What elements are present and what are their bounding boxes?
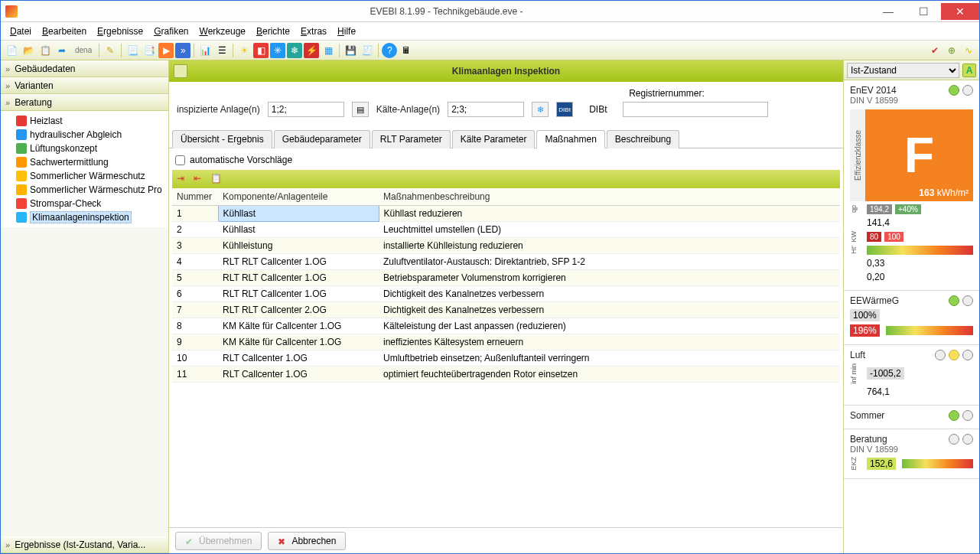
kalte-input[interactable] bbox=[448, 102, 524, 117]
acc-beratung[interactable]: Beratung bbox=[1, 94, 168, 111]
apply-button[interactable]: ✔ Übernehmen bbox=[175, 532, 262, 550]
app-icon bbox=[5, 5, 18, 18]
doc1-icon[interactable]: 📃 bbox=[125, 43, 140, 58]
menu-ergebnisse[interactable]: Ergebnisse bbox=[93, 24, 148, 39]
table-row[interactable]: 11RLT Callcenter 1.OGoptimiert feuchteüb… bbox=[172, 367, 840, 383]
wave-icon[interactable]: ∿ bbox=[961, 43, 976, 58]
table-row[interactable]: 9KM Kälte für Callcenter 1.OGineffizient… bbox=[172, 334, 840, 350]
export-icon[interactable]: ▶ bbox=[158, 43, 174, 58]
cool-icon[interactable]: ❄ bbox=[287, 43, 302, 58]
table-row[interactable]: 4RLT RLT Callcenter 1.OGZuluftventilator… bbox=[172, 254, 840, 270]
sidebar-item-hydraulischer-abgleich[interactable]: hydraulischer Abgleich bbox=[1, 128, 168, 142]
run-icon[interactable]: » bbox=[175, 43, 190, 58]
eff-class-box: F 163 kWh/m² bbox=[865, 109, 973, 201]
reg-input[interactable] bbox=[623, 102, 768, 117]
menu-werkzeuge[interactable]: Werkzeuge bbox=[195, 24, 250, 39]
menu-extras[interactable]: Extras bbox=[296, 24, 331, 39]
sidebar-item-stromspar-check[interactable]: Stromspar-Check bbox=[1, 197, 168, 210]
sidebar: Gebäudedaten Varianten Beratung Heizlast… bbox=[1, 60, 169, 553]
reg-label: Registriernummer: bbox=[629, 88, 705, 99]
calc-icon[interactable]: 🖩 bbox=[399, 43, 414, 58]
acc-varianten[interactable]: Varianten bbox=[1, 77, 168, 94]
insp-label: inspizierte Anlage(n) bbox=[177, 104, 260, 115]
sidebar-item-sommerlicher-wärmeschutz-pro[interactable]: Sommerlicher Wärmeschutz Pro bbox=[1, 183, 168, 197]
menu-bearbeiten[interactable]: Bearbeiten bbox=[37, 24, 91, 39]
plug-icon[interactable]: ⊕ bbox=[944, 43, 959, 58]
auto-checkbox[interactable] bbox=[175, 155, 185, 165]
tree-icon bbox=[16, 212, 27, 223]
edit-icon[interactable]: ✎ bbox=[103, 43, 118, 58]
tab-ma-nahmen[interactable]: Maßnahmen bbox=[536, 130, 604, 148]
add-row2-icon[interactable]: ⇤ bbox=[194, 173, 206, 185]
doc2-icon[interactable]: 📑 bbox=[142, 43, 157, 58]
tree-icon bbox=[16, 143, 27, 154]
tabstrip: Übersicht - ErgebnisGebäudeparameterRLT … bbox=[169, 129, 843, 148]
help-icon[interactable]: ? bbox=[382, 43, 397, 58]
dena-button[interactable]: dena bbox=[71, 43, 96, 58]
acc-ergebnisse[interactable]: Ergebnisse (Ist-Zustand, Varia... bbox=[1, 536, 168, 553]
insp-input[interactable] bbox=[268, 102, 344, 117]
state-select[interactable]: Ist-Zustand bbox=[847, 63, 959, 78]
table-row[interactable]: 2KühllastLeuchtmittel umstellen (LED) bbox=[172, 222, 840, 238]
table-row[interactable]: 1KühllastKühllast reduzieren bbox=[172, 206, 840, 222]
table-row[interactable]: 6RLT RLT Callcenter 1.OGDichtigkeit des … bbox=[172, 286, 840, 302]
tab-geb-udeparameter[interactable]: Gebäudeparameter bbox=[274, 130, 370, 148]
list-icon[interactable]: ☰ bbox=[214, 43, 230, 58]
copy-icon[interactable]: 📋 bbox=[37, 43, 53, 58]
a-badge-icon[interactable]: A bbox=[962, 64, 976, 77]
copy-row-icon[interactable]: 📋 bbox=[210, 173, 223, 185]
col-nummer[interactable]: Nummer bbox=[172, 188, 218, 206]
save-icon[interactable]: 💾 bbox=[343, 43, 358, 58]
cancel-button[interactable]: ✖ Abbrechen bbox=[268, 532, 346, 550]
cancel-icon: ✖ bbox=[278, 536, 287, 546]
status-dot bbox=[962, 85, 973, 96]
dibt-icon[interactable]: DIBt bbox=[556, 102, 573, 117]
col-beschreibung[interactable]: Maßnahmenbeschreibung bbox=[379, 188, 840, 206]
open-icon[interactable]: 📂 bbox=[21, 43, 36, 58]
table-row[interactable]: 8KM Kälte für Callcenter 1.OGKälteleistu… bbox=[172, 318, 840, 334]
kalte-picker-icon[interactable]: ❄ bbox=[532, 102, 549, 117]
dibt-label[interactable]: DIBt bbox=[581, 103, 615, 116]
add-row-icon[interactable]: ⇥ bbox=[177, 173, 189, 185]
bolt-icon[interactable]: ⚡ bbox=[304, 43, 319, 58]
col-komponente[interactable]: Komponente/Anlagenteile bbox=[218, 188, 379, 206]
share-icon[interactable]: ➦ bbox=[54, 43, 70, 58]
sidebar-item-heizlast[interactable]: Heizlast bbox=[1, 114, 168, 128]
new-icon[interactable]: 📄 bbox=[4, 43, 19, 58]
tab--bersicht-ergebnis[interactable]: Übersicht - Ergebnis bbox=[172, 130, 272, 148]
kalte-label: Kälte-Anlage(n) bbox=[376, 104, 440, 115]
close-button[interactable]: ✕ bbox=[941, 3, 979, 20]
center-pane: Klimaanlagen Inspektion Registriernummer… bbox=[169, 60, 843, 553]
sidebar-item-sommerlicher-wärmeschutz[interactable]: Sommerlicher Wärmeschutz bbox=[1, 169, 168, 183]
sidebar-item-klimaanlageninspektion[interactable]: Klimaanlageninspektion bbox=[1, 210, 168, 224]
table-row[interactable]: 3Kühlleistunginstallierte Kühlleistung r… bbox=[172, 238, 840, 254]
tree-icon bbox=[16, 157, 27, 168]
card-beratung: Beratung DIN V 18599 EKZ152,6 bbox=[844, 429, 979, 479]
minimize-button[interactable]: — bbox=[871, 3, 906, 20]
tab-k-lte-parameter[interactable]: Kälte Parameter bbox=[452, 130, 536, 148]
menu-datei[interactable]: Datei bbox=[5, 24, 36, 39]
sidebar-item-lüftungskonzept[interactable]: Lüftungskonzept bbox=[1, 142, 168, 155]
tab-rlt-parameter[interactable]: RLT Parameter bbox=[372, 130, 451, 148]
acc-gebaeudedaten[interactable]: Gebäudedaten bbox=[1, 60, 168, 77]
right-panel: Ist-Zustand A EnEV 2014 DIN V 18599 Effi… bbox=[843, 60, 979, 553]
insp-picker-icon[interactable]: ▤ bbox=[352, 102, 369, 117]
table-row[interactable]: 10RLT Callcenter 1.OGUmluftbetrieb einse… bbox=[172, 350, 840, 367]
table-row[interactable]: 7RLT RLT Callcenter 2.OGDichtigkeit des … bbox=[172, 302, 840, 318]
table-row[interactable]: 5RLT RLT Callcenter 1.OGBetriebsparamete… bbox=[172, 270, 840, 286]
tab-beschreibung[interactable]: Beschreibung bbox=[607, 130, 679, 148]
maximize-button[interactable]: ☐ bbox=[906, 3, 941, 20]
sun-icon[interactable]: ☀ bbox=[236, 43, 252, 58]
report-icon[interactable]: 🧾 bbox=[360, 43, 375, 58]
menu-hilfe[interactable]: Hilfe bbox=[333, 24, 360, 39]
chart-icon[interactable]: 📊 bbox=[197, 43, 213, 58]
grid-icon[interactable]: ▦ bbox=[321, 43, 336, 58]
menu-berichte[interactable]: Berichte bbox=[252, 24, 295, 39]
sidebar-item-sachwertermittlung[interactable]: Sachwertermittlung bbox=[1, 155, 168, 169]
menu-grafiken[interactable]: Grafiken bbox=[149, 24, 193, 39]
measures-table[interactable]: Nummer Komponente/Anlagenteile Maßnahmen… bbox=[172, 188, 840, 383]
fan-icon[interactable]: ✳ bbox=[270, 43, 285, 58]
heat-icon[interactable]: ◧ bbox=[253, 43, 269, 58]
tree-icon bbox=[16, 171, 27, 181]
check-icon[interactable]: ✔ bbox=[927, 43, 943, 58]
